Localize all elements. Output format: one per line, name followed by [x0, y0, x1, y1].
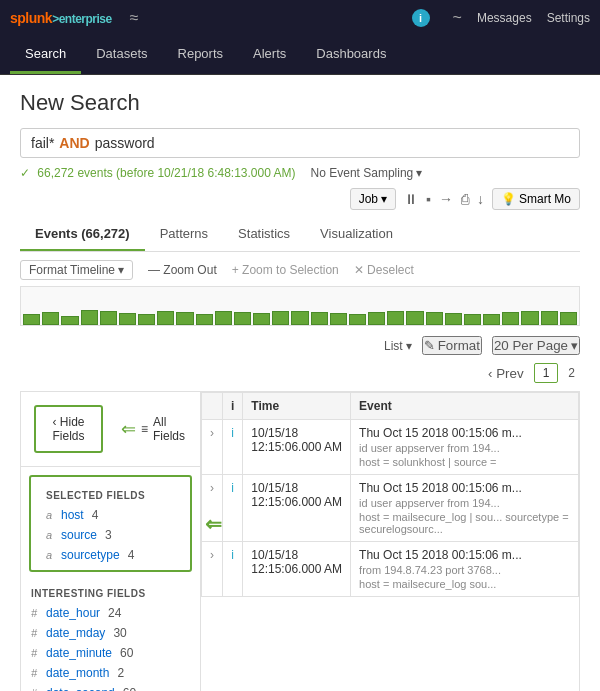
pagination: ‹ Prev 1 2 [20, 363, 580, 383]
field-date-hour[interactable]: # date_hour 24 [21, 603, 200, 623]
stop-icon[interactable]: ▪ [426, 191, 431, 207]
time-cell-3: 10/15/18 12:15:06.000 AM [243, 542, 351, 597]
event-meta-1: id user appserver from 194... [359, 442, 570, 454]
time-cell-2: 10/15/18 12:15:06.000 AM [243, 475, 351, 542]
hide-fields-button[interactable]: ‹ Hide Fields ⇐ [34, 405, 103, 453]
expand-cell-1[interactable]: › [202, 420, 223, 475]
smart-mode-button[interactable]: 💡 Smart Mo [492, 188, 580, 210]
nav-alerts[interactable]: Alerts [238, 36, 301, 74]
field-source[interactable]: a source 3 [36, 525, 185, 545]
field-host[interactable]: a host 4 [36, 505, 185, 525]
timeline-bar [61, 316, 78, 326]
sampling-button[interactable]: No Event Sampling ▾ [311, 166, 423, 180]
info-cell-3[interactable]: i [223, 542, 243, 597]
check-icon: ✓ [20, 166, 30, 180]
current-page[interactable]: 1 [534, 363, 559, 383]
info-cell-2[interactable]: i [223, 475, 243, 542]
event-detail-1: host = solunkhost | source = [359, 456, 570, 468]
send-icon[interactable]: → [439, 191, 453, 207]
interesting-fields-title: INTERESTING FIELDS [21, 580, 200, 603]
event-cell-2: Thu Oct 15 2018 00:15:06 m... id user ap… [351, 475, 579, 542]
timeline-bar [445, 313, 462, 325]
timeline-bar [502, 312, 519, 325]
field-date-mday[interactable]: # date_mday 30 [21, 623, 200, 643]
timeline-bar [406, 311, 423, 325]
selected-fields-box: SELECTED FIELDS a host 4 a source 3 a so… [29, 475, 192, 572]
top-navigation: splunk>enterprise ≈ i ~ Messages Setting… [0, 0, 600, 36]
info-circle-icon[interactable]: i [412, 9, 430, 27]
timeline-bar [521, 311, 538, 325]
sidebar: ‹ Hide Fields ⇐ ≡ All Fields SELECTED FI… [21, 392, 201, 691]
nav-datasets[interactable]: Datasets [81, 36, 162, 74]
settings-link[interactable]: Settings [547, 11, 590, 25]
timeline-bar [138, 314, 155, 325]
nav-reports[interactable]: Reports [163, 36, 239, 74]
timeline-bar [119, 313, 136, 325]
timeline-chart [20, 286, 580, 326]
timeline-bar [426, 312, 443, 325]
format-timeline-button[interactable]: Format Timeline ▾ [20, 260, 133, 280]
table-row: › i 10/15/18 12:15:06.000 AM Thu Oct 15 … [202, 420, 579, 475]
field-date-month[interactable]: # date_month 2 [21, 663, 200, 683]
timeline-bar [560, 312, 577, 325]
timeline-bar [23, 314, 40, 325]
field-date-second[interactable]: # date_second 60 [21, 683, 200, 691]
tab-statistics[interactable]: Statistics [223, 218, 305, 251]
nav-dashboards[interactable]: Dashboards [301, 36, 401, 74]
timeline-bar [234, 312, 251, 325]
tab-visualization[interactable]: Visualization [305, 218, 408, 251]
info-cell-1[interactable]: i [223, 420, 243, 475]
all-fields-button[interactable]: ≡ All Fields [131, 407, 195, 451]
events-table: i Time Event › i 10/15/18 12:15:06.000 A… [201, 392, 579, 691]
activity2-icon[interactable]: ~ [453, 9, 462, 27]
job-button[interactable]: Job ▾ [350, 188, 396, 210]
format-button[interactable]: ✎ Format [422, 336, 482, 355]
field-sourcetype[interactable]: a sourcetype 4 [36, 545, 185, 565]
list-controls: List ▾ ✎ Format 20 Per Page ▾ [20, 336, 580, 355]
search-query-keyword: fail* [31, 135, 54, 151]
table-row: › i 10/15/18 12:15:06.000 AM Thu Oct 15 … [202, 542, 579, 597]
timeline-bar [42, 312, 59, 325]
print-icon[interactable]: ⎙ [461, 191, 469, 207]
search-bar[interactable]: fail* AND password [20, 128, 580, 158]
time-cell-1: 10/15/18 12:15:06.000 AM [243, 420, 351, 475]
tabs: Events (66,272) Patterns Statistics Visu… [20, 218, 580, 252]
activity-icon[interactable]: ≈ [130, 9, 139, 27]
prev-page-button[interactable]: ‹ Prev [483, 364, 529, 383]
messages-menu[interactable]: Messages [477, 11, 532, 25]
events-text: 66,272 events (before 10/21/18 6:48:13.0… [37, 166, 295, 180]
tab-patterns[interactable]: Patterns [145, 218, 223, 251]
field-date-minute[interactable]: # date_minute 60 [21, 643, 200, 663]
expand-cell-3[interactable]: › [202, 542, 223, 597]
main-layout: ‹ Hide Fields ⇐ ≡ All Fields SELECTED FI… [20, 391, 580, 691]
pause-icon[interactable]: ⏸ [404, 191, 418, 207]
timeline-bar [349, 314, 366, 325]
event-meta-2: id user appserver from 194... [359, 497, 570, 509]
timeline-bar [81, 310, 98, 325]
timeline-bar [330, 313, 347, 325]
nav-search[interactable]: Search [10, 36, 81, 74]
col-event: Event [351, 393, 579, 420]
list-button[interactable]: List ▾ [384, 339, 412, 353]
timeline-bar [176, 312, 193, 325]
bulb-icon: 💡 [501, 192, 516, 206]
page-content: New Search fail* AND password ✓ 66,272 e… [0, 75, 600, 691]
next-page-number[interactable]: 2 [563, 364, 580, 382]
event-main-2: Thu Oct 15 2018 00:15:06 m... [359, 481, 570, 495]
perpage-button[interactable]: 20 Per Page ▾ [492, 336, 580, 355]
selected-fields-arrow: ⇐ [205, 512, 222, 536]
timeline-bar [196, 314, 213, 325]
main-navigation: Search Datasets Reports Alerts Dashboard… [0, 36, 600, 75]
download-icon[interactable]: ↓ [477, 191, 484, 207]
event-cell-3: Thu Oct 15 2018 00:15:06 m... from 194.8… [351, 542, 579, 597]
timeline-bar [157, 311, 174, 325]
col-expand [202, 393, 223, 420]
event-main-1: Thu Oct 15 2018 00:15:06 m... [359, 426, 570, 440]
page-title: New Search [20, 90, 580, 116]
zoom-out-button[interactable]: — Zoom Out [148, 263, 217, 277]
deselect-button[interactable]: ✕ Deselect [354, 263, 414, 277]
zoom-selection-button[interactable]: + Zoom to Selection [232, 263, 339, 277]
event-cell-1: Thu Oct 15 2018 00:15:06 m... id user ap… [351, 420, 579, 475]
tab-events[interactable]: Events (66,272) [20, 218, 145, 251]
event-detail-3: host = mailsecure_log sou... [359, 578, 570, 590]
